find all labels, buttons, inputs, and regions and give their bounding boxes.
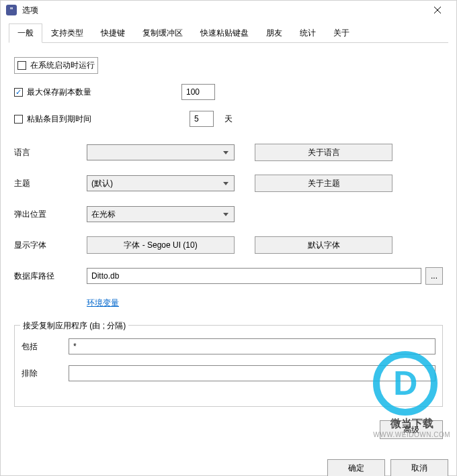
close-icon (434, 7, 441, 13)
popup-pos-label: 弹出位置 (14, 209, 87, 220)
theme-label: 主题 (14, 178, 87, 189)
row-exclude: 排除 (22, 365, 435, 382)
tab-strip: 一般 支持类型 快捷键 复制缓冲区 快速粘贴键盘 朋友 统计 关于 (9, 23, 448, 43)
cancel-button[interactable]: 取消 (390, 459, 448, 476)
advanced-button[interactable]: 高级 (380, 420, 443, 439)
exclude-input[interactable] (69, 365, 435, 381)
tab-copy-buffers[interactable]: 复制缓冲区 (134, 23, 192, 43)
row-db-path: 数据库路径 ... (14, 267, 443, 285)
max-copies-input[interactable] (181, 84, 215, 100)
about-theme-button[interactable]: 关于主题 (255, 175, 392, 192)
db-path-label: 数据库路径 (14, 271, 87, 282)
app-icon: " (6, 5, 17, 15)
env-vars-link[interactable]: 环境变量 (87, 297, 119, 309)
row-include: 包括 (22, 338, 435, 355)
dialog-footer: 确定 取消 (1, 451, 456, 476)
include-input[interactable] (69, 338, 435, 354)
tab-shortcuts[interactable]: 快捷键 (92, 23, 134, 43)
tab-about[interactable]: 关于 (325, 23, 358, 43)
expire-checkbox[interactable] (14, 115, 23, 124)
expire-input[interactable] (190, 111, 214, 127)
row-max-copies: 最大保存副本数量 (14, 83, 443, 101)
tab-quick-paste[interactable]: 快速粘贴键盘 (192, 23, 257, 43)
font-button[interactable]: 字体 - Segoe UI (10) (87, 236, 235, 254)
titlebar: " 选项 (1, 1, 456, 19)
close-button[interactable] (424, 1, 451, 19)
tab-friends[interactable]: 朋友 (257, 23, 291, 43)
theme-value: (默认) (91, 178, 113, 189)
tab-panel-general: 在系统启动时运行 最大保存副本数量 粘贴条目到期时间 天 语言 (9, 43, 448, 444)
options-window: " 选项 一般 支持类型 快捷键 复制缓冲区 快速粘贴键盘 朋友 统计 关于 在… (0, 0, 457, 476)
popup-pos-value: 在光标 (91, 209, 116, 220)
content-area: 一般 支持类型 快捷键 复制缓冲区 快速粘贴键盘 朋友 统计 关于 在系统启动时… (1, 19, 456, 451)
row-font: 显示字体 字体 - Segoe UI (10) 默认字体 (14, 236, 443, 254)
row-language: 语言 关于语言 (14, 144, 443, 161)
tab-supported-types[interactable]: 支持类型 (42, 23, 92, 43)
tab-general[interactable]: 一般 (9, 23, 42, 43)
max-copies-label: 最大保存副本数量 (27, 87, 181, 98)
expire-unit: 天 (224, 113, 233, 125)
tab-stats[interactable]: 统计 (291, 23, 325, 43)
row-run-on-startup: 在系统启动时运行 (14, 56, 443, 74)
db-path-input[interactable] (87, 268, 421, 284)
startup-checkbox-wrap[interactable]: 在系统启动时运行 (14, 57, 98, 74)
language-label: 语言 (14, 147, 87, 158)
startup-label: 在系统启动时运行 (30, 60, 95, 71)
window-title: 选项 (22, 5, 424, 16)
copy-apps-legend: 接受复制应用程序 (由 ; 分隔) (20, 320, 128, 332)
row-theme: 主题 (默认) 关于主题 (14, 175, 443, 192)
exclude-label: 排除 (22, 368, 69, 379)
default-font-button[interactable]: 默认字体 (255, 236, 392, 254)
include-label: 包括 (22, 341, 69, 352)
copy-apps-fieldset: 接受复制应用程序 (由 ; 分隔) 包括 排除 (14, 325, 443, 407)
expire-label: 粘贴条目到期时间 (27, 113, 190, 125)
theme-combo[interactable]: (默认) (87, 175, 235, 191)
font-label: 显示字体 (14, 240, 87, 251)
popup-pos-combo[interactable]: 在光标 (87, 206, 235, 222)
about-language-button[interactable]: 关于语言 (255, 144, 392, 161)
db-path-browse-button[interactable]: ... (425, 267, 443, 285)
row-env-link: 环境变量 (14, 294, 443, 312)
row-expire: 粘贴条目到期时间 天 (14, 110, 443, 128)
startup-checkbox[interactable] (17, 61, 26, 70)
ok-button[interactable]: 确定 (327, 459, 385, 476)
row-popup-pos: 弹出位置 在光标 (14, 205, 443, 223)
max-copies-checkbox[interactable] (14, 88, 23, 97)
advanced-area: 高级 (14, 407, 443, 439)
language-combo[interactable] (87, 144, 235, 160)
